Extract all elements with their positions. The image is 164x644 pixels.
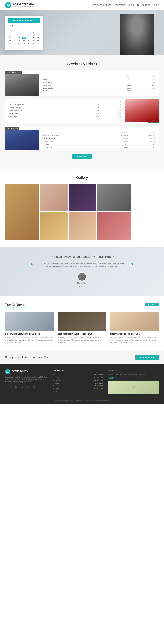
- hours-row: Monday 09:00 - 20:00: [53, 374, 103, 376]
- footer-hours: Opening hours Monday 09:00 - 20:00 Tuesd…: [53, 369, 103, 394]
- news-subtitle: UPDATES FROM THE BLOG: [5, 307, 27, 308]
- gallery-item-2[interactable]: [40, 184, 68, 211]
- day-sat: Sat: [36, 28, 40, 30]
- gallery-section: Gallery: [0, 168, 164, 246]
- testimonial-section: The staff always understands my needs cl…: [0, 246, 164, 296]
- nav-portfolio[interactable]: PORTFOLIO: [115, 4, 125, 6]
- news-card-2: Best waterproof eyeliners for summer Oh,…: [58, 312, 106, 344]
- dot-2[interactable]: [81, 286, 83, 287]
- news-section: Tips & News UPDATES FROM THE BLOG ALL NE…: [0, 296, 164, 351]
- table-row: Fashion Foiling From $70 From $60: [42, 140, 156, 143]
- hair-styling-image: [5, 74, 39, 96]
- gallery-item-6[interactable]: [69, 212, 96, 240]
- news-title-group: Tips & News UPDATES FROM THE BLOG: [5, 302, 27, 308]
- gallery-title: Gallery: [5, 176, 159, 180]
- table-row: False Lash Application $90 $110: [8, 104, 122, 106]
- colouring-label: COLOURING: [5, 127, 20, 130]
- social-youtube[interactable]: y: [20, 385, 24, 389]
- hours-row: Friday 09:00 - 20:00: [53, 385, 103, 387]
- gallery-item-4[interactable]: [97, 184, 131, 211]
- news-title: Tips & News: [5, 302, 27, 306]
- calendar-header: July 2017 ›: [8, 24, 40, 27]
- social-behance[interactable]: be: [31, 385, 34, 389]
- social-twitter[interactable]: t: [10, 385, 14, 389]
- appointment-button[interactable]: Book an Appointment: [8, 18, 40, 23]
- table-row: Tint and Foils $180 $90: [42, 146, 156, 148]
- footer-phone: T: 02 9571 074: [108, 377, 159, 379]
- logo-text: ADAM STEFANO Hair and Makeup Professiona…: [13, 3, 34, 7]
- table-row: Senior Stylist $90 $80: [42, 81, 156, 84]
- nav-bookings[interactable]: MY BOOKINGS: [137, 4, 150, 6]
- hero-person-image: [120, 14, 154, 55]
- footer-logo-sub: Hair and Makeup Professional: [12, 372, 30, 374]
- footer-hours-title: Opening hours: [53, 369, 103, 371]
- book-now-button[interactable]: BOOK NOW: [72, 154, 92, 159]
- services-section: Services & Prices HAIR STYLING Women Men: [0, 55, 164, 168]
- hair-styling-block: HAIR STYLING Women Men Styl: [5, 70, 159, 96]
- table-row: Evening Makeup $180 $200: [8, 112, 122, 115]
- book-visit-button[interactable]: BOOK YOUR VISIT: [136, 355, 159, 360]
- gallery-item-5[interactable]: [40, 212, 68, 240]
- news-grid: Box braids hairstyles to do yourself Thi…: [5, 312, 159, 344]
- colour-image-figure: [5, 130, 39, 150]
- hair-styling-content: Women Men Stylist $85 $70 Senior Stylist…: [5, 74, 159, 96]
- booking-banner: Book your visit online and save 10% BOOK…: [0, 351, 164, 364]
- footer-social: f t G+ y i be: [5, 385, 48, 389]
- news-card-text-3: Thinking about how to spend your weekend…: [110, 336, 159, 344]
- hair-styling-label: HAIR STYLING: [5, 70, 22, 74]
- map-placeholder: 📌: [108, 380, 159, 394]
- gallery-item-1[interactable]: [5, 184, 39, 240]
- news-card-title-3: Treat yourself one luxury facial: [110, 332, 159, 336]
- col-women: Women: [101, 132, 129, 134]
- news-card-text-2: Oh, that's a dream of any girl who adore…: [58, 336, 106, 344]
- colouring-block: COLOURING Women Men Permane: [5, 126, 159, 150]
- footer-about-text: This company provides top world natural …: [5, 376, 48, 383]
- table-row: Bridal Makeup $200 $200: [8, 115, 122, 118]
- testimonial-dots: [5, 286, 159, 287]
- nav-blog[interactable]: BLOG: [129, 4, 134, 6]
- social-gplus[interactable]: G+: [16, 385, 19, 389]
- gallery-item-3[interactable]: [69, 184, 96, 211]
- dot-3[interactable]: [84, 286, 85, 287]
- table-row: Master Stylist $110 $100: [42, 84, 156, 87]
- footer-bottom: © Copyright 2017 Adam Stefano • Designed…: [5, 398, 159, 402]
- footer-location: Location © 123/457 Metro Harbour Drive S…: [108, 369, 159, 394]
- logo-name: ADAM STEFANO: [13, 3, 34, 6]
- quote-mark-right: ”: [130, 262, 133, 269]
- news-header: Tips & News UPDATES FROM THE BLOG ALL NE…: [5, 302, 159, 308]
- hours-row: Thursday 09:00 - 20:00: [53, 382, 103, 384]
- all-news-button[interactable]: ALL NEWS: [146, 302, 159, 306]
- hours-table: Monday 09:00 - 20:00 Tuesday 09:00 - 20:…: [53, 373, 103, 393]
- table-row: Colour Correction From $80 From $80: [42, 137, 156, 140]
- header: AS ADAM STEFANO Hair and Makeup Professi…: [0, 0, 164, 10]
- hair-col-men: Men: [132, 76, 156, 78]
- table-row: Tint roots $70 $60: [42, 143, 156, 146]
- hours-row: Wednesday 09:00 - 20:00: [53, 379, 103, 382]
- footer-top: AS ADAM STEFANO Hair and Makeup Professi…: [5, 369, 159, 394]
- nav-services[interactable]: SERVICES & PRICES: [93, 4, 111, 6]
- gallery-item-7[interactable]: [97, 212, 131, 240]
- appointment-box: Book an Appointment July 2017 › Sun Mon …: [5, 16, 43, 50]
- nav-shop[interactable]: SHOP: [154, 4, 159, 6]
- footer-logo-name: ADAM STEFANO: [12, 370, 30, 372]
- hours-row: Sunday: [53, 390, 103, 392]
- social-facebook[interactable]: f: [5, 385, 9, 389]
- day-mon: Mon: [12, 28, 17, 30]
- dot-1[interactable]: [79, 286, 80, 287]
- table-row: Wedding stylist $180: [42, 90, 156, 92]
- booking-banner-text: Book your visit online and save 10%: [5, 356, 49, 359]
- hair-image-figure: [5, 74, 39, 96]
- makeup-col-snr: Snr: [120, 101, 122, 103]
- news-card-3: Treat yourself one luxury facial Thinkin…: [110, 312, 159, 344]
- news-card-1: Box braids hairstyles to do yourself Thi…: [5, 312, 54, 344]
- news-card-text-1: This hairstyle is great because of an op…: [5, 336, 54, 344]
- hours-row: Tuesday 09:00 - 20:00: [53, 376, 103, 379]
- hero-section: Book an Appointment July 2017 › Sun Mon …: [0, 10, 164, 55]
- logo-icon: AS: [5, 2, 11, 8]
- table-row: Airbrush Makeup $120 $140: [8, 106, 122, 109]
- calendar-next-arrow[interactable]: ›: [40, 24, 40, 27]
- testimonial-title: The staff always understands my needs cl…: [5, 255, 159, 259]
- social-instagram[interactable]: i: [26, 385, 30, 389]
- table-row: Celebrity Stylist $130 $90: [42, 87, 156, 90]
- colouring-table-wrap: Women Men Permanent, Demi Gloss From $80…: [39, 130, 159, 150]
